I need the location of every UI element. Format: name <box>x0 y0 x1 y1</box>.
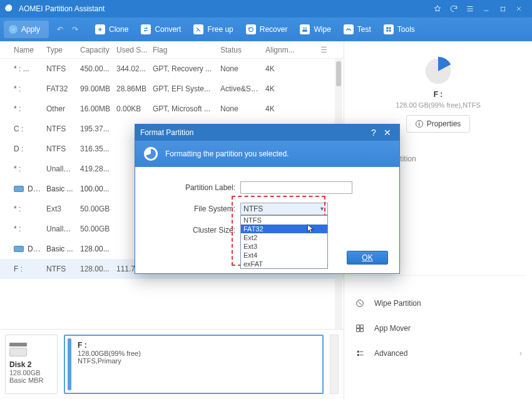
dialog-header: Formatting the partition you selected. <box>135 141 399 167</box>
file-system-option[interactable]: exFAT <box>241 260 327 268</box>
undo-button[interactable]: ↶ <box>53 25 68 34</box>
properties-button[interactable]: i Properties <box>406 115 471 133</box>
clone-icon <box>95 24 105 34</box>
file-system-combo[interactable]: NTFS ▼ <box>240 203 328 215</box>
usage-bar <box>68 338 71 390</box>
app-logo-icon <box>5 4 14 13</box>
cluster-size-label: Cluster Size: <box>146 226 240 235</box>
action-list-bottom: Wipe PartitionApp MoverAdvanced› <box>350 291 526 366</box>
action-icon <box>354 348 366 359</box>
col-flag[interactable]: Flag <box>150 46 218 54</box>
info-icon: i <box>416 120 423 128</box>
dialog-title: Format Partition <box>140 128 193 137</box>
grid-header: Name Type Capacity Used S... Flag Status… <box>0 41 344 59</box>
ok-button[interactable]: OK <box>347 251 388 265</box>
disk-scheme: Basic MBR <box>9 376 53 384</box>
test-icon <box>344 24 354 34</box>
partition-line1: 128.00GB(99% free) <box>78 350 141 357</box>
partition-title: F : <box>78 341 87 350</box>
file-system-label: File System: <box>146 205 240 213</box>
recover-icon <box>246 24 256 34</box>
redo-button[interactable]: ↷ <box>68 25 83 34</box>
svg-rect-1 <box>386 28 388 29</box>
action-item[interactable]: Advanced› <box>350 341 526 366</box>
col-status[interactable]: Status <box>218 46 263 54</box>
chevron-right-icon: › <box>519 349 522 358</box>
menu-icon[interactable] <box>462 0 478 18</box>
svg-rect-11 <box>361 329 364 332</box>
minimize-icon[interactable] <box>478 0 494 18</box>
drive-label: F : <box>434 90 443 99</box>
partition-label-label: Partition Label: <box>146 183 240 192</box>
format-partition-dialog: Format Partition ? ✕ Formatting the part… <box>135 124 400 274</box>
toolbar-freeup[interactable]: Free up <box>187 18 239 41</box>
check-icon <box>9 25 18 34</box>
svg-rect-3 <box>386 30 388 32</box>
svg-rect-0 <box>501 7 504 11</box>
file-system-value: NTFS <box>243 205 263 213</box>
file-system-option[interactable]: Ext4 <box>241 251 327 260</box>
partition-row[interactable]: * : ...NTFS450.00...344.02...GPT, Recove… <box>0 59 344 79</box>
partition-row[interactable]: * :Other16.00MB0.00KBGPT, Microsoft ...N… <box>0 99 344 119</box>
col-align[interactable]: Alignm... <box>263 46 300 54</box>
partition-line2: NTFS,Primary <box>78 357 121 365</box>
disk-icon <box>9 343 27 346</box>
col-type[interactable]: Type <box>44 46 78 54</box>
maximize-icon[interactable] <box>494 0 511 18</box>
file-system-dropdown[interactable]: NTFSFAT32Ext2Ext3Ext4exFAT <box>240 215 328 269</box>
file-system-option[interactable]: FAT32 <box>241 225 327 233</box>
svg-point-12 <box>357 351 359 353</box>
convert-icon <box>141 24 151 34</box>
toolbar-recover[interactable]: Recover <box>240 18 294 41</box>
toolbar-test[interactable]: Test <box>337 18 377 41</box>
help-icon[interactable]: ? <box>367 128 381 138</box>
disk-icon <box>9 348 27 356</box>
partition-row[interactable]: * :FAT3299.00MB28.86MBGPT, EFI Syste...A… <box>0 79 344 99</box>
disk-summary-card[interactable]: Disk 2 128.00GB Basic MBR <box>5 335 58 394</box>
file-system-option[interactable]: NTFS <box>241 216 327 225</box>
divider <box>350 275 526 276</box>
svg-rect-10 <box>357 329 360 332</box>
freeup-icon <box>193 24 203 34</box>
svg-point-13 <box>357 354 359 356</box>
toolbar-tools[interactable]: Tools <box>377 18 421 41</box>
file-system-option[interactable]: Ext3 <box>241 242 327 251</box>
file-system-option[interactable]: Ext2 <box>241 233 327 242</box>
column-menu-icon[interactable]: ☰ <box>318 46 330 54</box>
toolbar-wipe[interactable]: Wipe <box>294 18 337 41</box>
action-item[interactable]: App Mover <box>350 316 526 341</box>
col-capacity[interactable]: Capacity <box>78 46 114 54</box>
action-icon <box>354 323 366 334</box>
scrollbar-thumb[interactable] <box>336 61 341 86</box>
usage-pie-icon <box>421 53 455 86</box>
toolbar-convert[interactable]: Convert <box>135 18 187 41</box>
partition-label-input[interactable] <box>240 181 352 194</box>
dialog-titlebar[interactable]: Format Partition ? ✕ <box>135 124 399 141</box>
svg-rect-9 <box>361 325 364 328</box>
apply-label: Apply <box>21 25 40 34</box>
disk-icon <box>14 186 24 192</box>
svg-rect-8 <box>357 325 360 328</box>
col-name[interactable]: Name <box>11 46 44 54</box>
refresh-icon[interactable] <box>446 0 462 18</box>
drive-info: 128.00 GB(99% free),NTFS <box>396 101 481 109</box>
dialog-close-icon[interactable]: ✕ <box>381 128 394 138</box>
title-bar: AOMEI Partition Assistant <box>0 0 532 18</box>
disk-size: 128.00GB <box>9 369 53 376</box>
col-used[interactable]: Used S... <box>114 46 150 54</box>
toolbar-clone[interactable]: Clone <box>89 18 135 41</box>
main-toolbar: Apply ↶ ↷ Clone Convert Free up Recover … <box>0 18 532 41</box>
action-item[interactable]: Wipe Partition <box>350 291 526 316</box>
wipe-icon <box>300 24 310 34</box>
bottom-scrollbar[interactable] <box>330 335 339 394</box>
partition-summary-card[interactable]: F : 128.00GB(99% free) NTFS,Primary <box>64 335 324 394</box>
svg-rect-2 <box>389 28 391 29</box>
close-icon[interactable] <box>511 0 527 18</box>
dialog-headline: Formatting the partition you selected. <box>165 149 289 158</box>
format-icon <box>144 147 158 161</box>
apply-button[interactable]: Apply <box>4 21 49 38</box>
svg-rect-4 <box>389 30 391 32</box>
favorite-icon[interactable] <box>429 0 446 18</box>
app-title: AOMEI Partition Assistant <box>19 4 105 13</box>
tools-icon <box>384 24 394 34</box>
